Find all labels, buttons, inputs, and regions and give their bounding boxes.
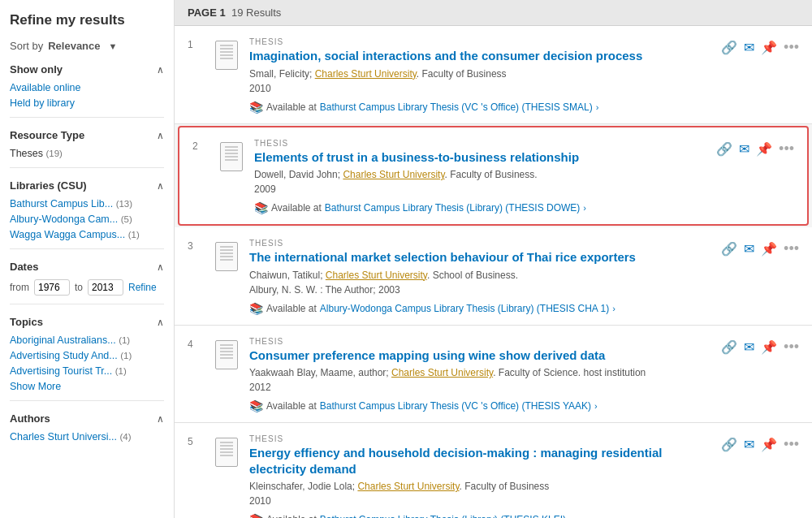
meta-highlight-2: Charles Sturt University [343, 169, 444, 180]
sort-value: Relevance [48, 40, 100, 52]
authors-title: Authors [10, 412, 50, 425]
dates-row: from to Refine [10, 279, 164, 296]
email-icon-2[interactable]: ✉ [739, 141, 749, 157]
aboriginal-filter-link[interactable]: Aboriginal Australians... [10, 335, 116, 346]
result-number-3: 3 [188, 240, 204, 252]
libraries-header: Libraries (CSU) ∧ [10, 179, 164, 192]
dates-toggle-icon[interactable]: ∧ [157, 261, 164, 273]
result-meta-3: Chaiwun, Tatikul; Charles Sturt Universi… [249, 268, 713, 297]
meta-suffix-5: . Faculty of Business [460, 481, 550, 492]
dates-title: Dates [10, 261, 38, 273]
topics-toggle-icon[interactable]: ∧ [157, 317, 164, 328]
pin-icon-5[interactable]: 📌 [761, 437, 777, 452]
csu-author-filter-link[interactable]: Charles Sturt Universi... [10, 431, 117, 442]
result-item-4: 4 THESIS Consumer preference mapping usi… [175, 326, 812, 424]
email-icon-4[interactable]: ✉ [744, 339, 754, 355]
pin-icon-4[interactable]: 📌 [761, 339, 777, 355]
result-title-2[interactable]: Elements of trust in a business-to-busin… [254, 149, 708, 166]
result-meta-4: Yaakwaah Blay, Maame, author; Charles St… [249, 365, 713, 395]
bathurst-filter-link[interactable]: Bathurst Campus Lib... [10, 198, 113, 209]
availability-icon-4: 📚 [249, 399, 263, 412]
resource-type-toggle-icon[interactable]: ∧ [157, 130, 164, 141]
meta-highlight-4: Charles Sturt University [391, 367, 493, 378]
pin-icon-2[interactable]: 📌 [756, 141, 772, 157]
avail-link-2[interactable]: Bathurst Campus Library Thesis (Library)… [325, 202, 581, 214]
refine-button[interactable]: Refine [128, 282, 157, 293]
pin-icon-3[interactable]: 📌 [761, 241, 777, 257]
sort-select[interactable]: Relevance ▼ [48, 40, 122, 52]
result-title-4[interactable]: Consumer preference mapping using wine s… [249, 347, 713, 364]
advertising-tourist-filter-link[interactable]: Advertising Tourist Tr... [10, 365, 112, 377]
theses-filter-link[interactable]: Theses [10, 148, 43, 159]
show-only-toggle-icon[interactable]: ∧ [157, 64, 164, 76]
library-item-wagga: Wagga Wagga Campus... (1) [10, 229, 164, 240]
document-icon-3 [215, 242, 238, 271]
authors-toggle-icon[interactable]: ∧ [157, 413, 164, 425]
pin-icon-1[interactable]: 📌 [761, 40, 777, 55]
avail-link-3[interactable]: Albury-Wodonga Campus Library Thesis (Li… [320, 303, 609, 314]
link-icon-5[interactable]: 🔗 [721, 437, 737, 452]
advertising-study-filter-link[interactable]: Advertising Study And... [10, 350, 118, 361]
show-more-button[interactable]: Show More [10, 381, 61, 392]
meta-prefix-2: Dowell, David John; [254, 169, 343, 180]
email-icon-3[interactable]: ✉ [744, 241, 754, 257]
topic-item-advertising-tourist: Advertising Tourist Tr... (1) [10, 365, 164, 377]
meta-year-5: 2010 [249, 495, 271, 507]
avail-link-5[interactable]: Bathurst Campus Library Thesis (Library)… [320, 514, 566, 518]
result-item-3: 3 THESIS The international market select… [175, 227, 812, 326]
result-icon-2 [217, 139, 246, 175]
more-icon-3[interactable]: ••• [784, 240, 799, 257]
sidebar: Refine my results Sort by Relevance ▼ Sh… [0, 0, 175, 518]
result-title-5[interactable]: Energy effiency and household decision-m… [249, 445, 713, 477]
albury-filter-link[interactable]: Albury-Wodonga Cam... [10, 214, 118, 225]
avail-link-4[interactable]: Bathurst Campus Library Thesis (VC 's Of… [320, 400, 591, 412]
avail-link-1[interactable]: Bathurst Campus Library Thesis (VC 's Of… [320, 101, 593, 113]
result-availability-4: 📚 Available at Bathurst Campus Library T… [249, 399, 713, 412]
result-content-4: THESIS Consumer preference mapping using… [249, 337, 713, 413]
library-item-albury: Albury-Wodonga Cam... (5) [10, 214, 164, 225]
link-icon-3[interactable]: 🔗 [721, 241, 737, 257]
result-title-1[interactable]: Imagination, social interactions and the… [249, 48, 713, 64]
result-item-2: 2 THESIS Elements of trust in a business… [178, 126, 809, 227]
libraries-toggle-icon[interactable]: ∧ [157, 180, 164, 192]
result-meta-1: Small, Felicity; Charles Sturt Universit… [249, 67, 713, 96]
to-input[interactable] [88, 279, 123, 296]
meta-prefix-3: Chaiwun, Tatikul; [249, 270, 326, 281]
results-count: 19 Results [231, 6, 281, 19]
email-icon-5[interactable]: ✉ [744, 437, 754, 452]
more-icon-2[interactable]: ••• [779, 140, 794, 158]
resource-type-title: Resource Type [10, 129, 84, 141]
meta-suffix-3: . School of Business. [427, 270, 518, 281]
result-title-3[interactable]: The international market selection behav… [249, 249, 713, 265]
more-icon-5[interactable]: ••• [784, 436, 799, 453]
result-type-5: THESIS [249, 434, 713, 443]
dates-header: Dates ∧ [10, 261, 164, 273]
libraries-title: Libraries (CSU) [10, 179, 87, 192]
result-type-1: THESIS [249, 37, 713, 46]
avail-label-1: Available at [266, 101, 317, 113]
avail-chevron-4: › [594, 401, 598, 411]
topics-header: Topics ∧ [10, 316, 164, 328]
result-availability-5: 📚 Available at Bathurst Campus Library T… [249, 513, 713, 518]
avail-label-5: Available at [266, 514, 317, 518]
sidebar-item-available-online[interactable]: Available online [10, 82, 164, 93]
link-icon-2[interactable]: 🔗 [716, 141, 732, 157]
meta-suffix-4: . Faculty of Science. host institution [493, 367, 646, 378]
advertising-study-count: (1) [120, 351, 132, 360]
from-input[interactable] [34, 279, 70, 296]
email-icon-1[interactable]: ✉ [744, 40, 754, 55]
more-icon-1[interactable]: ••• [784, 39, 799, 56]
more-icon-4[interactable]: ••• [784, 339, 799, 356]
meta-prefix-1: Small, Felicity; [249, 68, 315, 80]
availability-icon-2: 📚 [254, 201, 268, 214]
result-item-1: 1 THESIS Imagination, social interaction… [175, 26, 812, 124]
link-icon-4[interactable]: 🔗 [721, 339, 737, 355]
sidebar-item-held-by-library[interactable]: Held by library [10, 97, 164, 109]
meta-year-1: 2010 [249, 83, 271, 94]
topic-item-advertising-study: Advertising Study And... (1) [10, 350, 164, 361]
meta-highlight-1: Charles Sturt University [315, 68, 417, 80]
link-icon-1[interactable]: 🔗 [721, 40, 737, 55]
wagga-filter-link[interactable]: Wagga Wagga Campus... [10, 229, 125, 240]
result-actions-2: 🔗 ✉ 📌 ••• [716, 140, 794, 158]
meta-suffix-1: . Faculty of Business [417, 68, 507, 80]
